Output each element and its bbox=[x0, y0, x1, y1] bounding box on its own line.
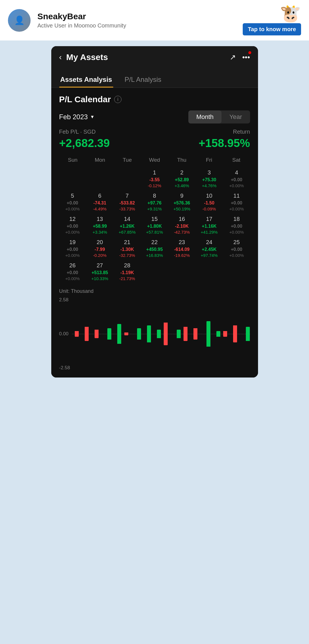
calendar-cell: 4+0.00+0.00% bbox=[223, 168, 250, 190]
dropdown-arrow-icon: ▼ bbox=[90, 114, 95, 120]
month-selector[interactable]: Feb 2023 ▼ bbox=[59, 113, 95, 121]
pl-left: Feb P/L · SGD +2,682.39 bbox=[59, 129, 110, 150]
bar-up bbox=[206, 321, 210, 347]
calendar-cell bbox=[114, 168, 141, 190]
calendar-cell bbox=[169, 261, 195, 283]
chart-y-top: 2.58 bbox=[59, 297, 69, 303]
calendar-cell: 18+0.00+0.00% bbox=[223, 214, 250, 237]
bar-item bbox=[151, 302, 161, 366]
calendar-cell: 22+450.95+16.83% bbox=[141, 237, 168, 260]
tab-bar: Assets Analysis P/L Analysis bbox=[51, 68, 258, 88]
bar-down bbox=[223, 331, 227, 337]
bar-item bbox=[220, 302, 230, 366]
more-icon[interactable]: ••• bbox=[242, 53, 250, 62]
bar-item bbox=[240, 302, 250, 366]
bar-down bbox=[85, 327, 89, 341]
calendar-cell: 26+0.00+0.00% bbox=[59, 261, 86, 283]
bar-item bbox=[181, 302, 191, 366]
calendar-cell: 20-7.99-0.20% bbox=[86, 237, 113, 260]
calendar-cell: 23-614.09-19.62% bbox=[169, 237, 195, 260]
bar-up bbox=[177, 330, 181, 338]
calendar-cell: 25+0.00+0.00% bbox=[223, 237, 250, 260]
bar-item bbox=[161, 302, 171, 366]
pl-right: Return +158.95% bbox=[199, 129, 250, 150]
notification-dot bbox=[248, 51, 251, 54]
calendar-cell: 5+0.00+0.00% bbox=[59, 191, 86, 214]
bar-up bbox=[157, 330, 161, 338]
calendar-cell: 6-74.31-4.49% bbox=[86, 191, 113, 214]
unit-label: Unit: Thousand bbox=[59, 288, 250, 294]
tab-assets-analysis[interactable]: Assets Analysis bbox=[59, 73, 113, 88]
calendar-cell: 12+0.00+0.00% bbox=[59, 214, 86, 237]
share-icon[interactable]: ↗︎ bbox=[230, 53, 236, 62]
info-icon[interactable]: i bbox=[114, 96, 122, 103]
calendar-cell: 11+0.00+0.00% bbox=[223, 191, 250, 214]
calendar-cell: 13+58.99+3.34% bbox=[86, 214, 113, 237]
mascot-area: 🐮 Tap to know more bbox=[243, 5, 301, 35]
chart-y-bot: -2.58 bbox=[59, 365, 70, 371]
bar-down bbox=[184, 327, 187, 341]
calendar-cell: 28-1.19K-21.73% bbox=[114, 261, 141, 283]
bar-down bbox=[164, 323, 168, 345]
view-toggle: Month Year bbox=[188, 110, 250, 123]
bar-down bbox=[233, 325, 237, 342]
calendar-cell: 17+1.16K+41.29% bbox=[196, 214, 223, 237]
calendar-cell bbox=[86, 168, 113, 190]
bar-item bbox=[230, 302, 240, 366]
calendar-cell: 8+97.76+9.31% bbox=[141, 191, 168, 214]
section-title-text: P/L Calendar bbox=[59, 95, 111, 104]
bar-item bbox=[82, 302, 91, 366]
bar-item bbox=[210, 302, 220, 366]
main-content: P/L Calendar i Feb 2023 ▼ Month Year Feb… bbox=[51, 88, 258, 378]
back-button[interactable]: ‹ bbox=[59, 53, 62, 62]
calendar-cell: 24+2.45K+97.74% bbox=[196, 237, 223, 260]
bar-up bbox=[107, 328, 111, 340]
calendar-cell bbox=[59, 168, 86, 190]
bar-up bbox=[147, 325, 151, 342]
toggle-month-button[interactable]: Month bbox=[188, 110, 221, 123]
user-info: SneakyBear Active User in Moomoo Communi… bbox=[37, 12, 243, 29]
calendar-cell: 27+513.85+10.33% bbox=[86, 261, 113, 283]
bar-item bbox=[121, 302, 131, 366]
calendar-cell: 9+576.36+50.19% bbox=[169, 191, 195, 214]
bar-item bbox=[201, 302, 210, 366]
page-title: My Assets bbox=[66, 52, 230, 62]
bar-down bbox=[124, 332, 128, 335]
tab-pl-analysis[interactable]: P/L Analysis bbox=[123, 73, 163, 88]
calendar-controls: Feb 2023 ▼ Month Year bbox=[59, 110, 250, 123]
day-tue: Tue bbox=[114, 155, 141, 165]
chart-area bbox=[72, 302, 250, 366]
toggle-year-button[interactable]: Year bbox=[221, 110, 250, 123]
calendar-cell: 3+75.30+4.76% bbox=[196, 168, 223, 190]
return-value: +158.95% bbox=[199, 137, 250, 150]
day-fri: Fri bbox=[195, 155, 223, 165]
bars-container bbox=[72, 302, 250, 366]
calendar-cell: 7-533.82-33.73% bbox=[114, 191, 141, 214]
calendar-cell: 10-1.50-0.09% bbox=[196, 191, 223, 214]
day-wed: Wed bbox=[141, 155, 168, 165]
calendar-cell: 19+0.00+0.00% bbox=[59, 237, 86, 260]
tap-to-know-button[interactable]: Tap to know more bbox=[243, 23, 301, 35]
calendar-cell: 21-1.30K-32.73% bbox=[114, 237, 141, 260]
app-card: ‹ My Assets ↗︎ ••• Assets Analysis P/L A… bbox=[51, 46, 258, 378]
calendar-cell bbox=[141, 261, 168, 283]
bar-up bbox=[216, 331, 220, 337]
calendar-cell: 1-3.55-0.12% bbox=[141, 168, 168, 190]
bar-item bbox=[91, 302, 101, 366]
calendar-header: Sun Mon Tue Wed Thu Fri Sat bbox=[59, 155, 250, 165]
bar-item bbox=[191, 302, 201, 366]
day-mon: Mon bbox=[86, 155, 114, 165]
calendar: Sun Mon Tue Wed Thu Fri Sat 1-3.55-0.12%… bbox=[59, 155, 250, 283]
bar-down bbox=[95, 330, 99, 338]
bar-chart: 2.58 0.00 -2.58 bbox=[59, 297, 250, 371]
user-name: SneakyBear bbox=[37, 12, 243, 21]
bar-up bbox=[246, 327, 250, 341]
day-thu: Thu bbox=[168, 155, 195, 165]
pl-summary: Feb P/L · SGD +2,682.39 Return +158.95% bbox=[59, 129, 250, 150]
calendar-cell bbox=[196, 261, 223, 283]
section-title-row: P/L Calendar i bbox=[59, 95, 250, 104]
return-label: Return bbox=[199, 129, 250, 135]
calendar-cell bbox=[223, 261, 250, 283]
bar-item bbox=[72, 302, 82, 366]
calendar-cell: 15+1.80K+57.81% bbox=[141, 214, 168, 237]
